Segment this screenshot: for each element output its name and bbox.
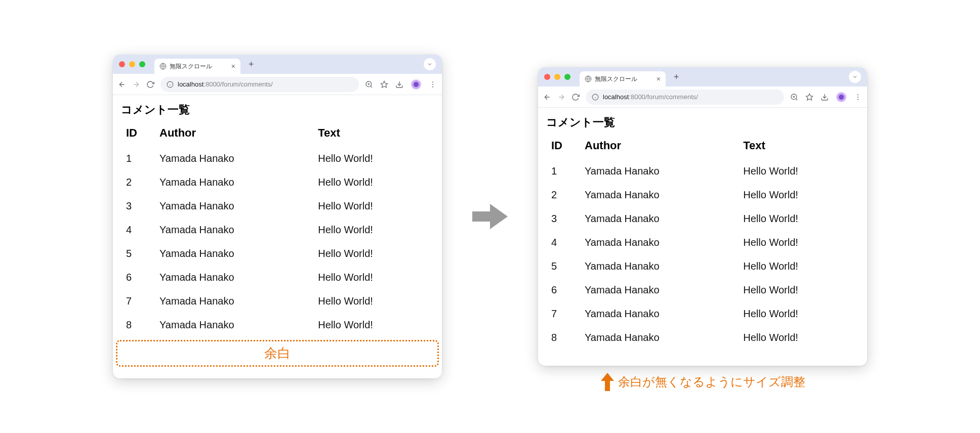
browser-window-before: 無限スクロール × + localhost:8000/forum/comment… [113, 55, 442, 378]
site-info-icon[interactable] [592, 94, 599, 101]
svg-line-5 [371, 86, 372, 88]
cell-text: Hello World! [739, 254, 860, 278]
svg-marker-8 [381, 81, 387, 88]
margin-indicator: 余白 [116, 340, 439, 367]
cell-author: Yamada Hanako [581, 183, 739, 207]
cell-text: Hello World! [314, 170, 435, 194]
back-button[interactable] [118, 80, 126, 89]
arrow-right-icon [472, 201, 508, 232]
table-row: 3Yamada HanakoHello World! [545, 207, 860, 231]
site-info-icon[interactable] [167, 81, 174, 88]
forward-button[interactable] [132, 80, 140, 89]
maximize-window-button[interactable] [564, 74, 570, 80]
back-button[interactable] [543, 93, 551, 101]
traffic-lights [119, 61, 145, 67]
arrow-up-icon [600, 373, 615, 391]
cell-author: Yamada Hanako [581, 231, 739, 254]
address-bar[interactable]: localhost:8000/forum/comments/ [586, 90, 784, 105]
col-id: ID [120, 123, 155, 147]
table-row: 5Yamada HanakoHello World! [120, 242, 435, 266]
download-icon[interactable] [395, 80, 403, 89]
bookmark-icon[interactable] [805, 93, 813, 101]
toolbar-actions [365, 79, 437, 90]
minimize-window-button[interactable] [129, 61, 135, 67]
svg-point-23 [858, 94, 859, 95]
minimize-window-button[interactable] [554, 74, 560, 80]
svg-line-18 [796, 99, 797, 100]
cell-text: Hello World! [739, 231, 860, 254]
col-id: ID [545, 136, 581, 159]
cell-id: 2 [120, 170, 155, 194]
svg-marker-21 [806, 94, 812, 100]
new-tab-button[interactable]: + [674, 72, 679, 82]
new-tab-button[interactable]: + [249, 59, 254, 70]
col-author: Author [155, 123, 314, 147]
cell-author: Yamada Hanako [155, 242, 314, 266]
close-tab-icon[interactable]: × [657, 75, 661, 82]
table-row: 7Yamada HanakoHello World! [545, 302, 860, 326]
cell-author: Yamada Hanako [155, 170, 314, 194]
close-window-button[interactable] [544, 74, 550, 80]
cell-author: Yamada Hanako [581, 302, 739, 326]
zoom-icon[interactable] [365, 80, 373, 89]
cell-text: Hello World! [314, 218, 435, 242]
svg-point-12 [432, 86, 433, 87]
cell-id: 5 [545, 254, 581, 278]
traffic-lights [544, 74, 570, 80]
cell-text: Hello World! [314, 289, 435, 313]
svg-point-10 [432, 81, 433, 82]
cell-text: Hello World! [314, 266, 435, 289]
cell-text: Hello World! [739, 159, 860, 183]
cell-id: 8 [545, 326, 581, 350]
cell-text: Hello World! [739, 183, 860, 207]
browser-tab[interactable]: 無限スクロール × [580, 71, 666, 86]
profile-avatar[interactable] [836, 92, 847, 103]
cell-author: Yamada Hanako [155, 313, 314, 337]
table-row: 8Yamada HanakoHello World! [545, 326, 860, 350]
browser-tab[interactable]: 無限スクロール × [154, 59, 240, 74]
col-author: Author [581, 136, 739, 159]
cell-text: Hello World! [739, 207, 860, 231]
svg-point-25 [858, 99, 859, 100]
close-window-button[interactable] [119, 61, 125, 67]
cell-author: Yamada Hanako [155, 147, 314, 170]
svg-point-24 [858, 96, 859, 97]
close-tab-icon[interactable]: × [231, 63, 235, 70]
cell-id: 4 [545, 231, 581, 254]
tabs-overflow-button[interactable] [424, 58, 436, 70]
tabs-overflow-button[interactable] [849, 71, 861, 83]
cell-author: Yamada Hanako [581, 254, 739, 278]
url-text: localhost:8000/forum/comments/ [603, 93, 698, 101]
cell-id: 5 [120, 242, 155, 266]
table-row: 8Yamada HanakoHello World! [120, 313, 435, 337]
cell-author: Yamada Hanako [155, 266, 314, 289]
tab-title: 無限スクロール [170, 62, 212, 71]
forward-button[interactable] [557, 93, 565, 101]
cell-author: Yamada Hanako [155, 289, 314, 313]
cell-id: 8 [120, 313, 155, 337]
profile-avatar[interactable] [411, 79, 422, 90]
cell-id: 3 [120, 194, 155, 218]
page-content: コメント一覧 ID Author Text 1Yamada HanakoHell… [538, 108, 867, 350]
download-icon[interactable] [821, 93, 829, 101]
toolbar: localhost:8000/forum/comments/ [113, 74, 442, 95]
bookmark-icon[interactable] [380, 80, 388, 89]
titlebar: 無限スクロール × + [113, 55, 442, 74]
table-row: 4Yamada HanakoHello World! [120, 218, 435, 242]
cell-author: Yamada Hanako [155, 194, 314, 218]
maximize-window-button[interactable] [139, 61, 145, 67]
cell-id: 3 [545, 207, 581, 231]
table-row: 4Yamada HanakoHello World! [545, 231, 860, 254]
reload-button[interactable] [571, 93, 580, 101]
table-header-row: ID Author Text [545, 136, 860, 159]
address-bar[interactable]: localhost:8000/forum/comments/ [160, 77, 359, 92]
titlebar: 無限スクロール × + [538, 67, 867, 86]
table-row: 5Yamada HanakoHello World! [545, 254, 860, 278]
menu-icon[interactable] [429, 80, 437, 89]
cell-id: 6 [545, 278, 581, 302]
cell-id: 7 [120, 289, 155, 313]
zoom-icon[interactable] [790, 93, 798, 101]
cell-author: Yamada Hanako [155, 218, 314, 242]
reload-button[interactable] [146, 80, 154, 89]
menu-icon[interactable] [854, 93, 862, 101]
